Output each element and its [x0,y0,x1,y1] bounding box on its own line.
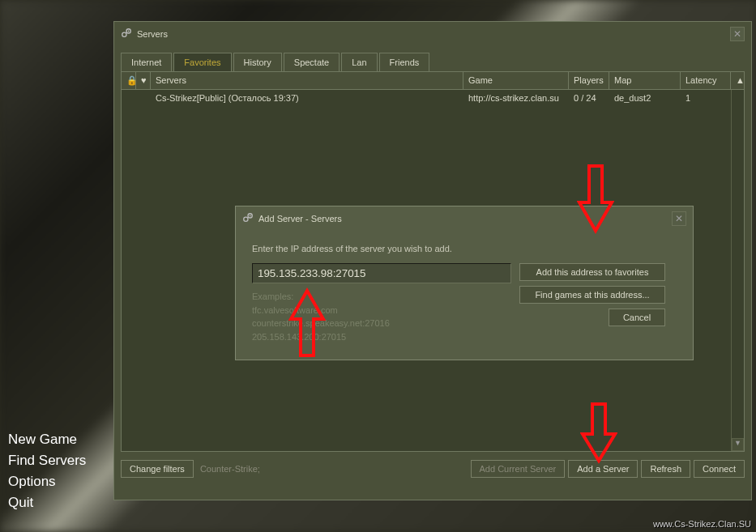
scroll-down-icon[interactable]: ▼ [732,438,744,451]
menu-new-game[interactable]: New Game [8,432,86,448]
col-map[interactable]: Map [609,72,681,89]
refresh-button[interactable]: Refresh [641,460,690,478]
dialog-close-button[interactable]: ✕ [672,211,686,226]
main-menu: New Game Find Servers Options Quit [8,432,86,516]
menu-options[interactable]: Options [8,474,86,490]
menu-quit[interactable]: Quit [8,495,86,511]
tab-internet[interactable]: Internet [121,53,172,71]
col-players[interactable]: Players [569,72,609,89]
tab-friends[interactable]: Friends [379,53,430,71]
scrollbar[interactable]: ▼ [731,90,744,451]
menu-find-servers[interactable]: Find Servers [8,453,86,469]
dialog-titlebar: Add Server - Servers ✕ [236,206,693,231]
tab-history[interactable]: History [233,53,282,71]
row-lock [122,92,136,104]
svg-point-2 [128,31,130,32]
row-game: http://cs-strikez.clan.su [463,92,569,104]
add-to-favorites-button[interactable]: Add this address to favorites [519,263,665,281]
close-icon: ✕ [733,28,741,40]
scroll-up-icon[interactable]: ▲ [731,72,744,89]
dialog-prompt: Enter the IP address of the server you w… [252,244,677,253]
titlebar: Servers ✕ [114,22,751,46]
tab-favorites[interactable]: Favorites [173,53,231,71]
row-map: de_dust2 [609,92,681,104]
row-players: 0 / 24 [569,92,609,104]
cancel-button[interactable]: Cancel [609,309,665,326]
examples: Examples: tfc.valvesoftware.com counters… [252,290,511,343]
window-title: Servers [137,29,168,39]
add-current-server-button: Add Current Server [471,460,566,478]
steam-icon [121,28,132,40]
filter-text: Counter-Strike; [197,464,260,474]
tab-lan[interactable]: Lan [341,53,377,71]
add-server-button[interactable]: Add a Server [568,460,638,478]
col-latency[interactable]: Latency [681,72,731,89]
example-3: 205.158.143.200:27015 [252,330,511,344]
col-fav-icon[interactable]: ♥ [136,72,151,89]
add-server-dialog: Add Server - Servers ✕ Enter the IP addr… [235,206,694,360]
close-button[interactable]: ✕ [730,27,745,41]
ip-address-input[interactable] [252,263,511,283]
tabs: Internet Favorites History Spectate Lan … [121,53,745,71]
row-server-name: Cs-Strikez[Public] (Осталось 19:37) [151,92,463,104]
bottom-bar: Change filters Counter-Strike; Add Curre… [114,452,751,486]
dialog-title: Add Server - Servers [258,214,342,223]
find-games-button[interactable]: Find games at this address... [519,286,665,304]
example-2: counterstrike.speakeasy.net:27016 [252,317,511,330]
row-latency: 1 [681,92,731,104]
change-filters-button[interactable]: Change filters [121,460,194,478]
examples-label: Examples: [252,290,511,304]
svg-point-0 [122,32,126,36]
table-row[interactable]: Cs-Strikez[Public] (Осталось 19:37) http… [122,90,731,106]
close-icon: ✕ [675,213,683,224]
steam-icon [242,212,254,225]
example-1: tfc.valvesoftware.com [252,304,511,317]
watermark: www.Cs-Strikez.Clan.SU [653,519,751,529]
col-game[interactable]: Game [463,72,569,89]
svg-point-5 [250,215,251,217]
table-header: 🔒 ♥ Servers Game Players Map Latency ▲ [122,72,744,90]
col-lock-icon[interactable]: 🔒 [122,72,136,89]
tab-spectate[interactable]: Spectate [284,53,340,71]
scroll-track[interactable] [732,90,744,438]
svg-point-3 [244,217,248,221]
col-servers[interactable]: Servers [151,72,463,89]
row-fav [136,92,151,104]
connect-button[interactable]: Connect [694,460,745,478]
